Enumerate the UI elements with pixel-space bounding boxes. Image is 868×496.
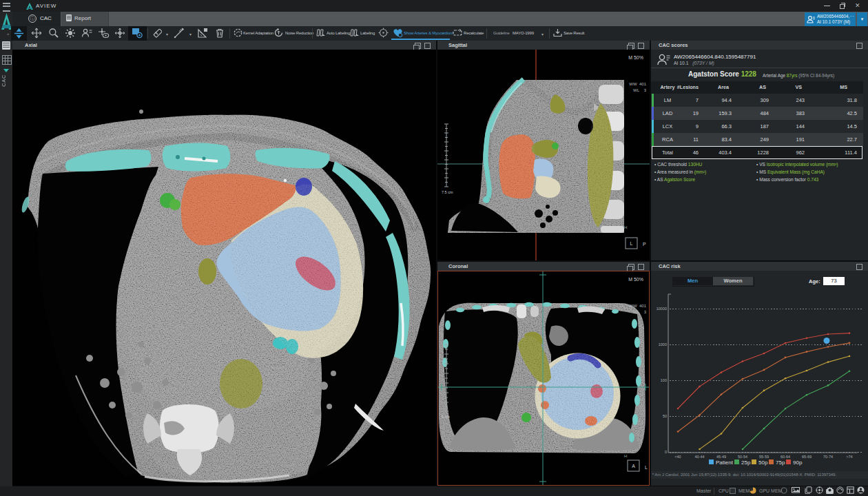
svg-text:P: P — [643, 242, 646, 247]
svg-text:H: H — [624, 225, 627, 229]
svg-text:75p: 75p — [776, 459, 785, 466]
svg-text:L: L — [630, 241, 633, 246]
svg-text:H: H — [624, 454, 627, 458]
svg-text:Patient: Patient — [716, 459, 734, 466]
svg-text:50p: 50p — [758, 459, 768, 466]
svg-text:A: A — [632, 464, 635, 468]
svg-text:WW 401: WW 401 — [629, 304, 646, 308]
svg-text:>74: >74 — [846, 455, 852, 459]
svg-text:50: 50 — [663, 414, 667, 418]
svg-text:60-64: 60-64 — [781, 455, 790, 459]
svg-text:7.5 cm: 7.5 cm — [442, 190, 453, 194]
svg-text:M 50%: M 50% — [628, 55, 643, 60]
svg-text:L: L — [645, 465, 648, 470]
svg-text:10000: 10000 — [657, 307, 667, 311]
svg-text:50-54: 50-54 — [738, 455, 747, 459]
svg-text:WL 3: WL 3 — [633, 310, 647, 314]
svg-text:45-49: 45-49 — [716, 455, 726, 459]
svg-text:55-59: 55-59 — [759, 455, 769, 459]
svg-text:25p: 25p — [741, 459, 751, 466]
svg-text:70-74: 70-74 — [823, 455, 833, 459]
svg-text:65-69: 65-69 — [802, 455, 812, 459]
svg-text:WW 401: WW 401 — [629, 82, 646, 86]
svg-text:<40: <40 — [674, 455, 681, 459]
svg-text:5 cm: 5 cm — [442, 415, 450, 419]
svg-text:M 50%: M 50% — [628, 277, 643, 282]
svg-text:90p: 90p — [793, 459, 803, 466]
svg-text:0: 0 — [665, 450, 667, 454]
svg-text:40-44: 40-44 — [694, 455, 704, 459]
svg-text:100: 100 — [661, 378, 667, 382]
svg-text:1000: 1000 — [659, 342, 667, 347]
svg-text:WL 3: WL 3 — [633, 88, 647, 92]
